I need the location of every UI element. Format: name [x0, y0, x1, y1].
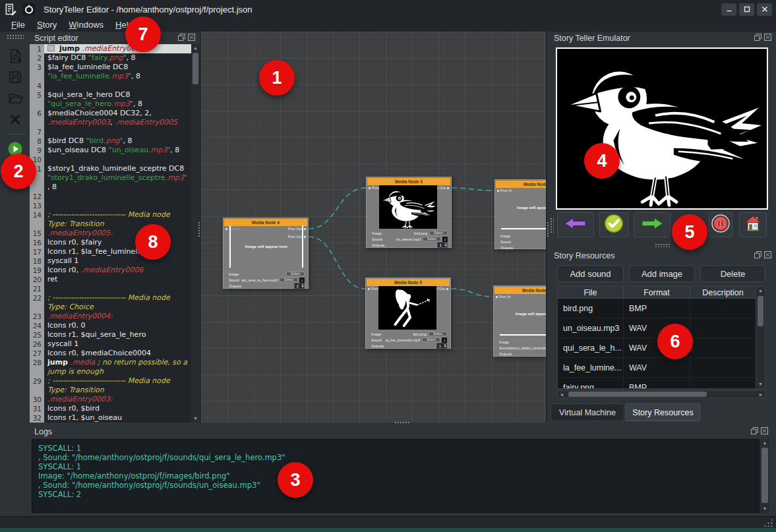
close-panel-icon[interactable]: [761, 427, 768, 436]
new-document-icon[interactable]: [6, 47, 24, 65]
speaker-icon[interactable]: ♪: [299, 278, 305, 283]
outputs-spinner[interactable]: 1: [436, 343, 447, 349]
image-placeholder: Image will appear here: [501, 187, 547, 229]
scroll-thumb[interactable]: [758, 296, 763, 326]
close-project-icon[interactable]: [6, 110, 24, 129]
code-line: 24lcons r0, 0: [30, 321, 191, 330]
tab-story-resources[interactable]: Story Resources: [626, 403, 700, 421]
menu-item-file[interactable]: File: [5, 18, 31, 32]
emulator-toolbar-handle[interactable]: [550, 218, 554, 233]
table-horizontal-scrollbar[interactable]: ◄ ►: [557, 390, 765, 398]
line-number: 4: [30, 81, 44, 90]
home-button[interactable]: [739, 212, 767, 237]
logs-scrollbar[interactable]: ▲ ▼: [760, 439, 769, 513]
scroll-thumb[interactable]: [568, 392, 707, 397]
home-icon: [744, 214, 762, 235]
log-line: , Sound: "/home/anthony/ostproj/f/sounds…: [38, 453, 759, 462]
annotation-1: 1: [259, 60, 295, 96]
table-row[interactable]: la_fee_lumine...WAV: [558, 358, 765, 378]
node-image-fairy: [378, 286, 436, 330]
speaker-icon[interactable]: ♪: [442, 237, 448, 242]
table-row[interactable]: bird.pngBMP: [558, 299, 765, 318]
minimize-button[interactable]: [721, 3, 736, 16]
outputs-spinner[interactable]: 2: [294, 283, 305, 289]
menu-item-story[interactable]: Story: [31, 18, 63, 32]
save-icon[interactable]: [6, 68, 24, 86]
sound-field: Soundqui_sera_le_hero.mp3Select♪: [229, 277, 305, 283]
table-row[interactable]: fairy.pngBMP: [558, 378, 765, 389]
spinner-up-icon[interactable]: [444, 243, 447, 245]
close-panel-icon[interactable]: [764, 34, 771, 43]
left-splitter-handle[interactable]: [198, 222, 201, 237]
toolbar-drag-handle[interactable]: [7, 34, 24, 39]
add-image-button[interactable]: Add image: [629, 265, 695, 282]
tab-virtual-machine[interactable]: Virtual Machine: [551, 403, 624, 421]
code-line: 18syscall 1: [30, 256, 191, 266]
image-field: ImageSelect: [500, 233, 547, 239]
code-line: 29; ---------------------------- Media n…: [30, 376, 191, 395]
annotation-8: 8: [135, 224, 171, 260]
scroll-down-arrow[interactable]: ▼: [191, 415, 200, 423]
select-image-button[interactable]: Select: [286, 272, 305, 276]
next-button[interactable]: [634, 212, 671, 237]
outputs-spinner[interactable]: 1: [437, 242, 448, 248]
scroll-right-arrow[interactable]: ►: [757, 392, 765, 397]
code-line: 30.mediaEntry0003:: [30, 395, 191, 404]
column-header-format[interactable]: Format: [624, 287, 690, 299]
scroll-thumb[interactable]: [761, 448, 768, 503]
spinner-up-icon[interactable]: [301, 284, 304, 285]
float-panel-icon[interactable]: [178, 34, 185, 43]
column-header-file[interactable]: File: [558, 287, 624, 299]
line-number: 17: [30, 247, 44, 256]
line-number: 3: [30, 63, 44, 81]
media-node[interactable]: Media Node 2Port InPort OutImage will ap…: [494, 179, 547, 249]
maximize-button[interactable]: [739, 3, 754, 16]
node-graph-canvas[interactable]: Media Node 4Port InPort OutPort OutImage…: [200, 32, 547, 423]
add-sound-button[interactable]: Add sound: [557, 265, 624, 282]
code-line: 31lcons r0, $bird: [30, 404, 191, 413]
select-image-button[interactable]: Select: [429, 231, 448, 235]
pause-button[interactable]: [709, 212, 732, 237]
speaker-icon[interactable]: ♪: [442, 338, 447, 343]
code-line: 4: [30, 81, 191, 90]
close-button[interactable]: [757, 3, 772, 16]
column-header-description[interactable]: Description: [690, 287, 756, 299]
code-line: 26syscall 1: [30, 340, 191, 349]
spinner-down-icon[interactable]: [301, 286, 304, 287]
scroll-thumb[interactable]: [193, 53, 198, 84]
open-folder-icon[interactable]: [6, 89, 24, 107]
spinner-down-icon[interactable]: [444, 245, 447, 247]
bottom-splitter-handle[interactable]: [394, 421, 410, 425]
select-sound-button[interactable]: Select: [422, 338, 440, 342]
delete-button[interactable]: Delete: [700, 265, 765, 282]
scroll-up-arrow[interactable]: ▲: [756, 287, 765, 295]
current-line-marker: [47, 45, 55, 51]
table-scrollbar[interactable]: ▲ ▼: [756, 287, 765, 388]
spinner-up-icon[interactable]: [444, 344, 446, 345]
close-panel-icon[interactable]: [764, 251, 771, 260]
close-panel-icon[interactable]: [188, 34, 195, 43]
scroll-up-arrow[interactable]: ▲: [191, 44, 200, 52]
media-node[interactable]: Media Node 6Port InPort OutImage will ap…: [493, 285, 547, 357]
scroll-down-arrow[interactable]: ▼: [756, 380, 765, 388]
select-image-button[interactable]: Select: [429, 332, 447, 336]
sound-value: un_oiseau.mp3: [396, 237, 421, 241]
sound-value: story1_drako_luminelle_sceptre.mp3: [510, 346, 547, 350]
spinner-down-icon[interactable]: [444, 346, 446, 347]
previous-button[interactable]: [557, 212, 594, 237]
scroll-down-arrow[interactable]: ▼: [760, 505, 769, 513]
media-node[interactable]: Media Node 4Port InPort OutPort OutImage…: [223, 218, 309, 289]
float-panel-icon[interactable]: [754, 251, 761, 260]
media-node[interactable]: Media Node 3Port InPort OutImagebird.png…: [366, 177, 452, 248]
media-node[interactable]: Media Node 5Port InPort OutImagefairy.pn…: [365, 278, 451, 349]
image-placeholder: Image will appear here: [229, 225, 303, 268]
menu-item-windows[interactable]: Windows: [63, 18, 109, 32]
float-panel-icon[interactable]: [754, 34, 761, 43]
select-sound-button[interactable]: Select: [423, 237, 441, 241]
scroll-left-arrow[interactable]: ◄: [558, 392, 566, 397]
scroll-up-arrow[interactable]: ▲: [760, 439, 769, 447]
emulator-splitter-handle[interactable]: [655, 243, 671, 247]
ok-button[interactable]: [599, 212, 628, 237]
select-sound-button[interactable]: Select: [280, 278, 298, 282]
float-panel-icon[interactable]: [751, 427, 758, 436]
